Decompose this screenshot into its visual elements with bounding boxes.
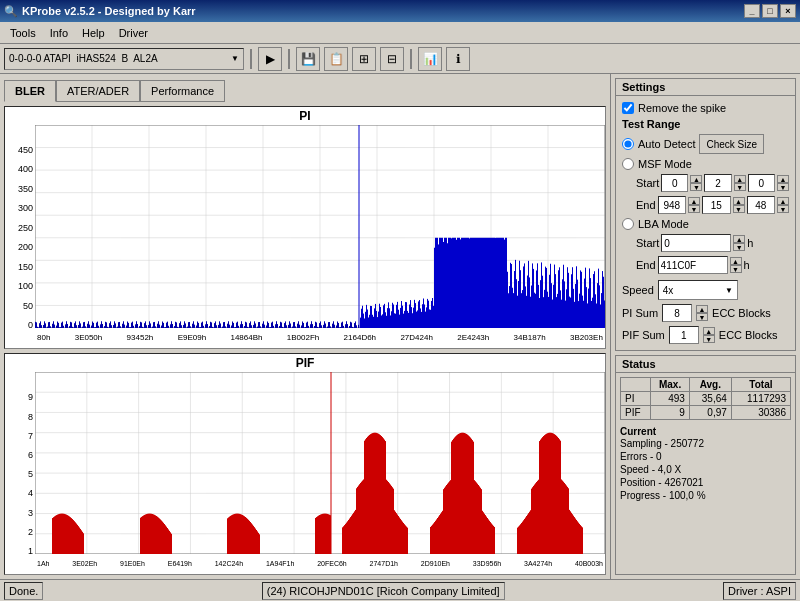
sampling-row: Sampling - 250772 <box>620 437 791 450</box>
col-avg: Avg. <box>689 378 731 392</box>
speed-row: Speed 4x ▼ <box>622 280 789 300</box>
pif-sum-arrows[interactable]: ▲ ▼ <box>703 327 715 343</box>
errors-value: 0 <box>656 451 662 462</box>
title-bar: 🔍 KProbe v2.5.2 - Designed by Karr _ □ × <box>0 0 800 22</box>
drive-dropdown-arrow[interactable]: ▼ <box>231 54 239 63</box>
settings-button1[interactable]: ⊞ <box>352 47 376 71</box>
col-total: Total <box>731 378 790 392</box>
statusbar-done: Done. <box>9 585 38 597</box>
spin-down[interactable]: ▼ <box>777 205 789 213</box>
menu-help[interactable]: Help <box>76 25 111 41</box>
status-bar: Done. (24) RICOHJPND01C [Ricoh Company L… <box>0 579 800 601</box>
position-value: 4267021 <box>664 477 703 488</box>
spin-up[interactable]: ▲ <box>688 197 700 205</box>
status-table: Max. Avg. Total PI 493 35,64 1117293 <box>620 377 791 420</box>
msf-end-1-arrows[interactable]: ▲ ▼ <box>733 197 745 213</box>
spin-up[interactable]: ▲ <box>734 175 746 183</box>
spin-down[interactable]: ▼ <box>734 183 746 191</box>
msf-start-1-arrows[interactable]: ▲ ▼ <box>734 175 746 191</box>
pi-sum-arrows[interactable]: ▲ ▼ <box>696 305 708 321</box>
maximize-button[interactable]: □ <box>762 4 778 18</box>
play-button[interactable]: ▶ <box>258 47 282 71</box>
settings-button2[interactable]: ⊟ <box>380 47 404 71</box>
tab-ater-ader[interactable]: ATER/ADER <box>56 80 140 102</box>
toolbar: 0-0-0-0 ATAPI iHAS524 B AL2A ▼ ▶ 💾 📋 ⊞ ⊟… <box>0 44 800 74</box>
spin-up[interactable]: ▲ <box>696 305 708 313</box>
status-box: Status Max. Avg. Total PI 4 <box>615 355 796 575</box>
menu-driver[interactable]: Driver <box>113 25 154 41</box>
msf-end-2[interactable]: 48 <box>747 196 775 214</box>
check-size-button[interactable]: Check Size <box>699 134 764 154</box>
lba-end-input[interactable] <box>658 256 728 274</box>
msf-start-2-arrows[interactable]: ▲ ▼ <box>777 175 789 191</box>
lba-start-arrows[interactable]: ▲ ▼ <box>733 235 745 251</box>
progress-row: Progress - 100,0 % <box>620 489 791 502</box>
msf-start-0-arrows[interactable]: ▲ ▼ <box>690 175 702 191</box>
spin-up[interactable]: ▲ <box>703 327 715 335</box>
pif-avg: 0,97 <box>689 406 731 420</box>
minimize-button[interactable]: _ <box>744 4 760 18</box>
spin-up[interactable]: ▲ <box>777 175 789 183</box>
toolbar-sep2 <box>288 49 290 69</box>
status-content: Max. Avg. Total PI 493 35,64 1117293 <box>616 373 795 506</box>
tab-bler[interactable]: BLER <box>4 80 56 102</box>
drive-info: 0-0-0-0 ATAPI iHAS524 B AL2A <box>9 53 158 64</box>
msf-end-0[interactable]: 948 <box>658 196 686 214</box>
pi-chart-panel: PI 450 400 350 300 250 200 150 100 50 0 <box>4 106 606 349</box>
spin-up[interactable]: ▲ <box>777 197 789 205</box>
spin-up[interactable]: ▲ <box>733 235 745 243</box>
pif-sum-input[interactable]: 1 <box>669 326 699 344</box>
lba-start-row: Start ▲ ▼ h <box>636 234 789 252</box>
pi-sum-input[interactable]: 8 <box>662 304 692 322</box>
spin-up[interactable]: ▲ <box>690 175 702 183</box>
spin-down[interactable]: ▼ <box>688 205 700 213</box>
drive-selector[interactable]: 0-0-0-0 ATAPI iHAS524 B AL2A ▼ <box>4 48 244 70</box>
spin-up[interactable]: ▲ <box>730 257 742 265</box>
speed-select[interactable]: 4x ▼ <box>658 280 738 300</box>
sampling-value: 250772 <box>671 438 704 449</box>
menu-info[interactable]: Info <box>44 25 74 41</box>
pi-total: 1117293 <box>731 392 790 406</box>
menu-tools[interactable]: Tools <box>4 25 42 41</box>
col-max: Max. <box>651 378 690 392</box>
lba-end-arrows[interactable]: ▲ ▼ <box>730 257 742 273</box>
auto-detect-row: Auto Detect Check Size <box>622 134 789 154</box>
graph-button[interactable]: 📊 <box>418 47 442 71</box>
lba-mode-radio[interactable] <box>622 218 634 230</box>
pif-canvas <box>35 372 605 554</box>
spin-down[interactable]: ▼ <box>730 265 742 273</box>
spin-down[interactable]: ▼ <box>690 183 702 191</box>
spin-down[interactable]: ▼ <box>703 335 715 343</box>
close-button[interactable]: × <box>780 4 796 18</box>
msf-start-row: Start 0 ▲ ▼ 2 ▲ ▼ 0 ▲ ▼ <box>636 174 789 192</box>
spin-down[interactable]: ▼ <box>777 183 789 191</box>
msf-start-1[interactable]: 2 <box>704 174 731 192</box>
left-panel: BLER ATER/ADER Performance PI 450 400 35… <box>0 74 610 579</box>
msf-start-0[interactable]: 0 <box>661 174 688 192</box>
copy-button[interactable]: 📋 <box>324 47 348 71</box>
remove-spike-checkbox[interactable] <box>622 102 634 114</box>
msf-end-2-arrows[interactable]: ▲ ▼ <box>777 197 789 213</box>
info-button[interactable]: ℹ <box>446 47 470 71</box>
pif-total: 30386 <box>731 406 790 420</box>
title-bar-buttons[interactable]: _ □ × <box>744 4 796 18</box>
pi-avg: 35,64 <box>689 392 731 406</box>
pi-max: 493 <box>651 392 690 406</box>
msf-end-0-arrows[interactable]: ▲ ▼ <box>688 197 700 213</box>
spin-down[interactable]: ▼ <box>733 243 745 251</box>
msf-end-1[interactable]: 15 <box>702 196 730 214</box>
spin-down[interactable]: ▼ <box>733 205 745 213</box>
msf-mode-radio[interactable] <box>622 158 634 170</box>
lba-start-input[interactable] <box>661 234 731 252</box>
save-button[interactable]: 💾 <box>296 47 320 71</box>
lba-end-h: h <box>744 259 750 271</box>
msf-start-2[interactable]: 0 <box>748 174 775 192</box>
spin-up[interactable]: ▲ <box>733 197 745 205</box>
auto-detect-radio[interactable] <box>622 138 634 150</box>
end-label: End <box>636 199 656 211</box>
pif-row-label: PIF <box>621 406 651 420</box>
settings-content: Remove the spike Test Range Auto Detect … <box>616 96 795 350</box>
tab-performance[interactable]: Performance <box>140 80 225 102</box>
spin-down[interactable]: ▼ <box>696 313 708 321</box>
settings-header: Settings <box>616 79 795 96</box>
